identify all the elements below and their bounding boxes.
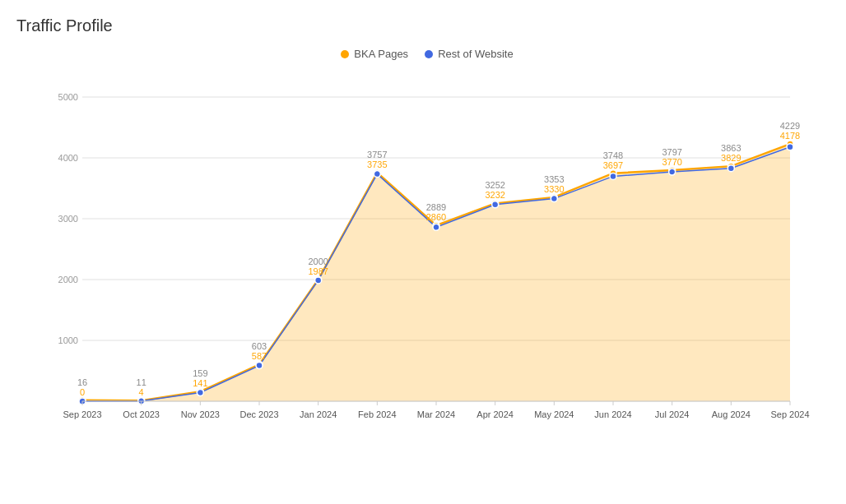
svg-text:3770: 3770 [662,157,681,167]
chart-title: Traffic Profile [16,16,838,35]
legend-bka: BKA Pages [341,48,408,60]
svg-text:587: 587 [252,351,267,361]
svg-point-52 [197,390,203,396]
svg-text:4178: 4178 [780,131,800,141]
svg-point-59 [610,173,616,179]
svg-text:Aug 2024: Aug 2024 [712,409,751,419]
svg-point-54 [315,277,322,284]
svg-text:4229: 4229 [780,121,800,131]
svg-point-61 [727,165,734,172]
svg-text:3829: 3829 [721,153,741,163]
svg-text:141: 141 [193,378,207,388]
svg-point-62 [787,144,793,150]
svg-text:May 2024: May 2024 [534,409,574,419]
svg-text:2889: 2889 [426,202,446,212]
main-chart: 1000200030004000500016011415914160358720… [49,72,831,451]
svg-text:3252: 3252 [485,180,504,190]
svg-text:Jun 2024: Jun 2024 [594,409,631,419]
svg-text:Mar 2024: Mar 2024 [417,409,455,419]
svg-text:159: 159 [193,368,207,378]
svg-text:3735: 3735 [367,160,387,169]
svg-text:3757: 3757 [367,150,387,160]
row-label: Rest of Website [438,48,514,60]
svg-point-55 [374,171,380,178]
svg-point-57 [492,201,499,208]
svg-text:603: 603 [252,341,267,351]
svg-point-56 [433,224,439,230]
svg-text:3748: 3748 [603,150,623,160]
svg-text:1987: 1987 [308,266,328,276]
svg-text:3697: 3697 [603,160,623,170]
svg-text:0: 0 [80,387,85,397]
legend: BKA Pages Rest of Website [16,48,838,60]
svg-text:2000: 2000 [58,275,78,284]
svg-text:Sep 2023: Sep 2023 [63,409,101,419]
svg-text:3232: 3232 [485,190,504,200]
svg-text:Jul 2024: Jul 2024 [655,409,690,419]
svg-point-58 [551,196,557,202]
svg-text:5000: 5000 [58,92,78,102]
bka-label: BKA Pages [354,48,408,60]
svg-text:Dec 2023: Dec 2023 [239,409,278,419]
row-dot [425,50,433,58]
svg-text:2000: 2000 [308,257,328,266]
svg-text:3353: 3353 [544,174,564,184]
svg-text:11: 11 [137,377,146,387]
chart-container: Traffic Profile BKA Pages Rest of Websit… [0,0,846,504]
svg-text:3797: 3797 [662,147,681,157]
svg-text:Apr 2024: Apr 2024 [476,409,514,419]
bka-dot [341,50,349,58]
svg-text:3000: 3000 [58,214,78,224]
svg-text:16: 16 [77,377,87,387]
svg-text:Feb 2024: Feb 2024 [358,409,396,419]
legend-row: Rest of Website [425,48,514,60]
svg-text:3863: 3863 [721,143,741,153]
svg-point-53 [256,363,263,369]
svg-text:Nov 2023: Nov 2023 [181,409,220,419]
chart-area: 1000200030004000500016011415914160358720… [16,72,838,451]
svg-text:Sep 2024: Sep 2024 [770,409,809,419]
svg-text:Oct 2023: Oct 2023 [123,409,160,419]
svg-text:2860: 2860 [426,212,446,222]
svg-text:4: 4 [139,387,144,397]
svg-text:4000: 4000 [58,153,78,163]
svg-text:Jan 2024: Jan 2024 [300,409,337,419]
svg-text:3330: 3330 [544,184,564,194]
svg-point-60 [669,169,676,175]
svg-text:1000: 1000 [58,335,78,345]
